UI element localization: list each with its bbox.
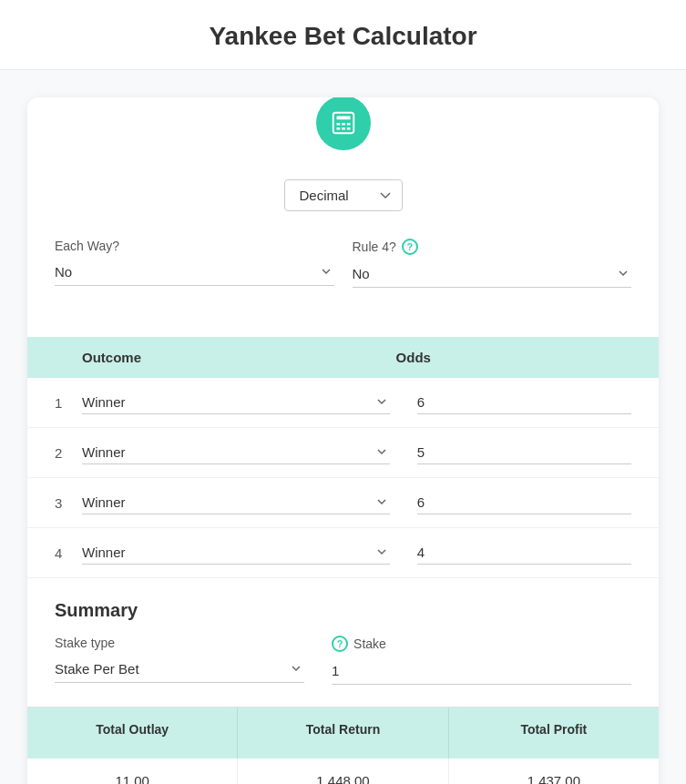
outcome-select-1[interactable]: WinnerPlacedLoserVoid [82, 391, 390, 414]
bet-number-4: 4 [55, 545, 73, 561]
odds-input-2[interactable] [417, 441, 631, 464]
stake-type-label: Stake type [55, 636, 304, 650]
bet-rows: 1 WinnerPlacedLoserVoid 2 WinnerPlacedLo… [27, 378, 659, 578]
summary-title: Summary [55, 600, 631, 621]
each-way-label: Each Way? [55, 239, 334, 253]
page-header: Yankee Bet Calculator [0, 0, 686, 70]
table-row: 3 WinnerPlacedLoserVoid [27, 478, 659, 528]
total-return-label: Total Return [252, 722, 433, 737]
total-return-header: Total Return [238, 708, 448, 759]
total-profit-value: 1,437.00 [449, 759, 659, 784]
table-row: 4 WinnerPlacedLoserVoid [27, 528, 659, 578]
odds-input-3[interactable] [417, 491, 631, 514]
outcome-select-4[interactable]: WinnerPlacedLoserVoid [82, 541, 390, 565]
svg-rect-6 [342, 127, 345, 130]
total-return-value: 1,448.00 [238, 759, 448, 784]
total-profit-label: Total Profit [464, 722, 644, 737]
rule4-help-icon[interactable]: ? [402, 239, 418, 255]
svg-rect-3 [342, 123, 345, 126]
stake-type-select[interactable]: Stake Per Bet Total Stake [55, 656, 304, 683]
calculator-icon-wrap [55, 97, 631, 150]
calculator-icon [316, 97, 371, 150]
table-row: 2 WinnerPlacedLoserVoid [27, 428, 659, 478]
rule4-field: Rule 4? ? No Yes [353, 239, 632, 288]
svg-rect-2 [336, 123, 340, 126]
odds-input-1[interactable] [417, 391, 631, 414]
table-header: Outcome Odds [27, 337, 659, 378]
stake-help-icon[interactable]: ? [332, 636, 348, 652]
summary-section: Summary Stake type Stake Per Bet Total S… [27, 578, 659, 707]
svg-rect-5 [336, 127, 340, 130]
bet-number-2: 2 [55, 445, 73, 461]
odds-format-select[interactable]: Decimal Fractional American [284, 179, 403, 211]
total-outlay-header: Total Outlay [27, 708, 238, 759]
rule4-label: Rule 4? ? [353, 239, 632, 255]
each-way-field: Each Way? No Yes [55, 239, 334, 288]
outcome-select-2[interactable]: WinnerPlacedLoserVoid [82, 441, 390, 464]
calculator-card: Decimal Fractional American Each Way? No… [27, 97, 659, 784]
outcome-header: Outcome [82, 350, 396, 365]
stake-input[interactable] [332, 657, 631, 685]
odds-input-4[interactable] [417, 541, 631, 565]
bet-number-3: 3 [55, 495, 73, 511]
stake-type-field: Stake type Stake Per Bet Total Stake [55, 636, 304, 683]
rule4-select[interactable]: No Yes [353, 260, 632, 288]
svg-rect-4 [346, 123, 350, 126]
outcome-select-3[interactable]: WinnerPlacedLoserVoid [82, 491, 390, 514]
stake-label: ? Stake [332, 636, 631, 652]
results-values-row: 11.00 1,448.00 1,437.00 [27, 759, 659, 784]
page-title: Yankee Bet Calculator [0, 22, 686, 51]
odds-header: Odds [396, 350, 631, 365]
stake-field: ? Stake [332, 636, 631, 685]
total-outlay-value: 11.00 [27, 759, 238, 784]
total-profit-header: Total Profit [449, 708, 659, 759]
table-row: 1 WinnerPlacedLoserVoid [27, 378, 659, 428]
results-table-header: Total Outlay Total Return Total Profit [27, 707, 659, 759]
svg-rect-7 [346, 127, 350, 130]
each-way-select[interactable]: No Yes [55, 259, 334, 286]
total-outlay-label: Total Outlay [42, 722, 222, 737]
bet-number-1: 1 [55, 395, 73, 411]
svg-rect-1 [336, 117, 350, 120]
